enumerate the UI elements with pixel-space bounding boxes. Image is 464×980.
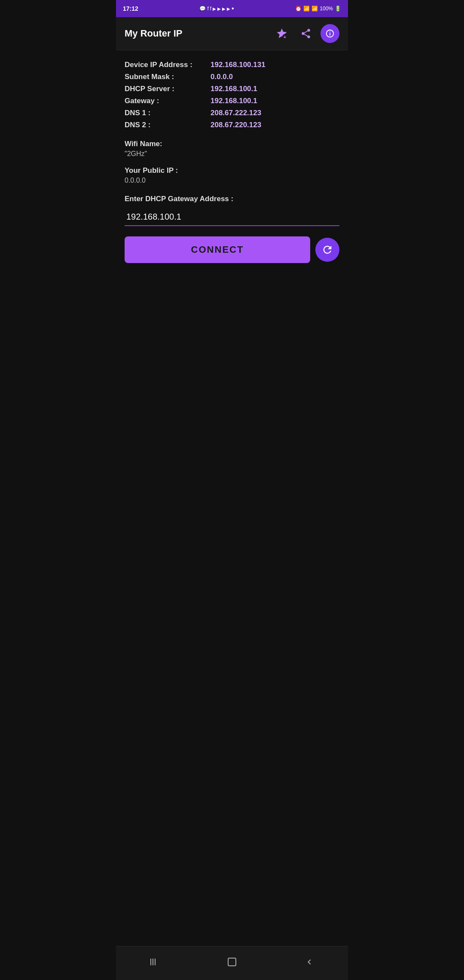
nav-menu-button[interactable] xyxy=(139,953,170,973)
device-ip-label: Device IP Address : xyxy=(125,61,211,69)
youtube-icon-4: ▶ xyxy=(227,6,230,11)
battery-level: 100% xyxy=(320,6,333,12)
svg-rect-5 xyxy=(228,958,236,966)
facebook-icon: f xyxy=(207,6,208,12)
svg-text:+: + xyxy=(284,34,287,40)
public-ip-section: Your Public IP : 0.0.0.0 xyxy=(125,166,339,184)
svg-rect-4 xyxy=(155,959,156,965)
youtube-icon-3: ▶ xyxy=(222,6,226,11)
dns2-label: DNS 2 : xyxy=(125,121,211,129)
subnet-mask-label: Subnet Mask : xyxy=(125,73,211,81)
alarm-icon: ⏰ xyxy=(295,6,302,12)
dhcp-server-value: 192.168.100.1 xyxy=(211,85,257,93)
device-ip-value: 192.168.100.131 xyxy=(211,61,266,69)
status-time: 17:12 xyxy=(123,5,138,12)
signal-icon: 📶 xyxy=(311,6,318,12)
app-bar-icons: + xyxy=(272,24,339,43)
gateway-value: 192.168.100.1 xyxy=(211,97,257,105)
connect-button[interactable]: CONNECT xyxy=(125,236,310,263)
svg-rect-3 xyxy=(153,959,153,965)
wifi-name-label: Wifi Name: xyxy=(125,140,339,148)
main-content: Device IP Address : 192.168.100.131 Subn… xyxy=(116,50,348,946)
dhcp-gateway-label: Enter DHCP Gateway Address : xyxy=(125,195,339,203)
share-button[interactable] xyxy=(296,24,315,43)
dhcp-server-label: DHCP Server : xyxy=(125,85,211,93)
app-bar: My Router IP + xyxy=(116,17,348,50)
notification-icons: 💬 f f ▶ ▶ ▶ ▶ • xyxy=(199,5,234,12)
battery-icon: 🔋 xyxy=(335,6,341,12)
dot-icon: • xyxy=(232,5,234,12)
wifi-name-value: "2GHz" xyxy=(125,150,339,158)
gateway-label: Gateway : xyxy=(125,97,211,105)
dhcp-gateway-input[interactable] xyxy=(125,208,339,226)
connect-row: CONNECT xyxy=(125,236,339,263)
public-ip-value: 0.0.0.0 xyxy=(125,177,339,184)
whatsapp-icon: 💬 xyxy=(199,6,206,12)
gateway-row: Gateway : 192.168.100.1 xyxy=(125,97,339,105)
device-ip-row: Device IP Address : 192.168.100.131 xyxy=(125,61,339,69)
dns1-value: 208.67.222.123 xyxy=(211,109,261,117)
dhcp-server-row: DHCP Server : 192.168.100.1 xyxy=(125,85,339,93)
dns2-row: DNS 2 : 208.67.220.123 xyxy=(125,121,339,129)
youtube-icon-1: ▶ xyxy=(213,6,216,11)
refresh-button[interactable] xyxy=(315,238,339,262)
nav-bar xyxy=(116,946,348,980)
svg-rect-2 xyxy=(150,959,151,965)
dns1-label: DNS 1 : xyxy=(125,109,211,117)
info-button[interactable] xyxy=(321,24,339,43)
wifi-icon: 📶 xyxy=(303,6,310,12)
facebook-icon-2: f xyxy=(210,6,211,12)
favorite-add-button[interactable]: + xyxy=(272,24,291,43)
subnet-mask-value: 0.0.0.0 xyxy=(211,73,233,81)
subnet-mask-row: Subnet Mask : 0.0.0.0 xyxy=(125,73,339,81)
youtube-icon-2: ▶ xyxy=(217,6,221,11)
dns2-value: 208.67.220.123 xyxy=(211,121,261,129)
dhcp-input-section: Enter DHCP Gateway Address : xyxy=(125,195,339,226)
dns1-row: DNS 1 : 208.67.222.123 xyxy=(125,109,339,117)
app-title: My Router IP xyxy=(125,28,182,39)
nav-home-button[interactable] xyxy=(217,953,247,973)
wifi-section: Wifi Name: "2GHz" xyxy=(125,140,339,158)
network-info: Device IP Address : 192.168.100.131 Subn… xyxy=(125,61,339,129)
status-right-icons: ⏰ 📶 📶 100% 🔋 xyxy=(295,6,341,12)
status-bar: 17:12 💬 f f ▶ ▶ ▶ ▶ • ⏰ 📶 📶 100% 🔋 xyxy=(116,0,348,17)
public-ip-label: Your Public IP : xyxy=(125,166,339,175)
nav-back-button[interactable] xyxy=(294,953,325,973)
